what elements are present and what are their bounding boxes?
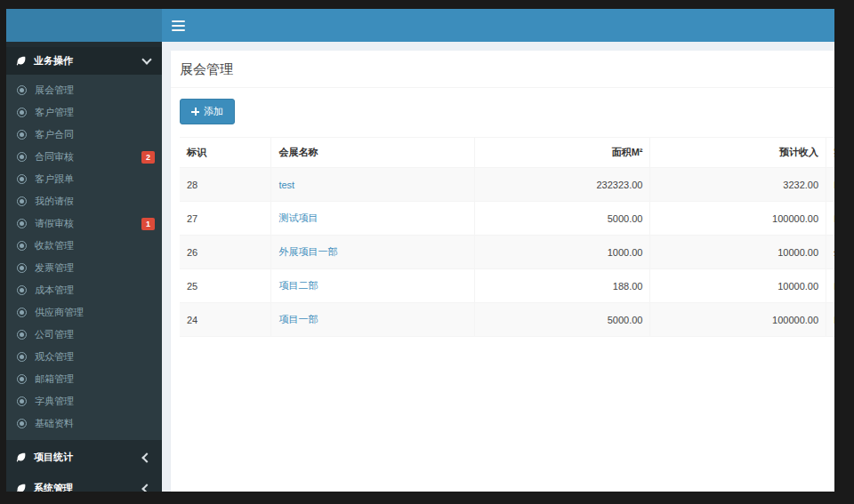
cell-dept: 内展项目 bbox=[826, 202, 834, 236]
dot-circle-icon bbox=[17, 196, 27, 206]
column-header-name: 会展名称 bbox=[271, 138, 474, 168]
cell-area: 5000.00 bbox=[474, 303, 650, 337]
dot-circle-icon bbox=[17, 285, 27, 295]
sidebar-item-contract-review[interactable]: 合同审核2 bbox=[6, 146, 162, 168]
sidebar-item-supplier-mgmt[interactable]: 供应商管理 bbox=[6, 301, 162, 324]
exhibition-table: 标识 会展名称 面积M² 预计收入 实施部门 28 test 2 bbox=[180, 137, 834, 337]
column-header-income: 预计收入 bbox=[650, 138, 826, 168]
cell-area: 1000.00 bbox=[474, 236, 650, 269]
add-button[interactable]: 添加 bbox=[180, 99, 235, 124]
sidebar-section-label: 项目统计 bbox=[34, 451, 143, 464]
sidebar: 业务操作 展会管理 客户管理 客户合同 合同审核2 客户跟单 我的请假 请假审核… bbox=[6, 42, 162, 492]
chevron-left-icon bbox=[141, 452, 151, 462]
content-area: 展会管理 添加 标识 会展名称 bbox=[162, 42, 834, 492]
cell-area: 232323.00 bbox=[474, 168, 650, 202]
cell-id: 26 bbox=[180, 236, 271, 269]
page-title: 展会管理 bbox=[180, 61, 233, 76]
add-button-label: 添加 bbox=[204, 105, 223, 118]
column-header-area: 面积M² bbox=[474, 138, 650, 168]
table-row: 25 项目二部 188.00 10000.00 内展项目 bbox=[180, 269, 834, 303]
cell-dept: 外展项目 bbox=[826, 236, 834, 269]
leaf-icon bbox=[15, 55, 27, 67]
app-window: 业务操作 展会管理 客户管理 客户合同 合同审核2 客户跟单 我的请假 请假审核… bbox=[6, 9, 834, 492]
sidebar-item-customer-mgmt[interactable]: 客户管理 bbox=[6, 101, 162, 124]
sidebar-item-mailbox-mgmt[interactable]: 邮箱管理 bbox=[6, 368, 162, 390]
dot-circle-icon bbox=[17, 374, 27, 384]
sidebar-item-customer-contract[interactable]: 客户合同 bbox=[6, 124, 162, 146]
leaf-icon bbox=[15, 483, 27, 492]
dot-circle-icon bbox=[17, 396, 27, 406]
navbar bbox=[162, 9, 834, 42]
sidebar-item-leave-review[interactable]: 请假审核1 bbox=[6, 212, 162, 235]
notification-badge: 1 bbox=[141, 218, 155, 230]
cell-name: 测试项目 bbox=[271, 202, 474, 236]
cell-id: 24 bbox=[180, 303, 271, 337]
cell-id: 25 bbox=[180, 269, 271, 303]
table-row: 27 测试项目 5000.00 100000.00 内展项目 bbox=[180, 202, 834, 236]
dot-circle-icon bbox=[17, 152, 27, 162]
dot-circle-icon bbox=[17, 419, 27, 428]
exhibition-link[interactable]: 测试项目 bbox=[278, 212, 318, 223]
sidebar-section-system-mgmt[interactable]: 系统管理 bbox=[6, 475, 162, 492]
sidebar-item-dictionary-mgmt[interactable]: 字典管理 bbox=[6, 390, 162, 412]
logo-area bbox=[6, 9, 162, 42]
cell-name: 外展项目一部 bbox=[271, 236, 474, 269]
chevron-left-icon bbox=[141, 484, 151, 492]
table-row: 26 外展项目一部 1000.00 10000.00 外展项目 bbox=[180, 236, 834, 269]
cell-id: 27 bbox=[180, 202, 271, 236]
hamburger-icon[interactable] bbox=[172, 20, 185, 31]
dot-circle-icon bbox=[17, 352, 27, 362]
exhibition-link[interactable]: 外展项目一部 bbox=[278, 246, 337, 257]
sidebar-item-payment-mgmt[interactable]: 收款管理 bbox=[6, 235, 162, 257]
column-header-dept: 实施部门 bbox=[826, 138, 834, 168]
table-row: 28 test 232323.00 3232.00 内展项目 bbox=[180, 168, 834, 202]
cell-income: 10000.00 bbox=[650, 269, 826, 303]
sidebar-item-invoice-mgmt[interactable]: 发票管理 bbox=[6, 257, 162, 279]
exhibition-link[interactable]: 项目二部 bbox=[278, 280, 318, 291]
sidebar-submenu: 展会管理 客户管理 客户合同 合同审核2 客户跟单 我的请假 请假审核1 收款管… bbox=[6, 75, 162, 440]
cell-dept: 内展项目 bbox=[826, 269, 834, 303]
sidebar-item-company-mgmt[interactable]: 公司管理 bbox=[6, 324, 162, 346]
dot-circle-icon bbox=[17, 130, 27, 140]
dot-circle-icon bbox=[17, 241, 27, 251]
sidebar-section-label: 系统管理 bbox=[34, 482, 143, 492]
dot-circle-icon bbox=[17, 263, 27, 273]
sidebar-section-business-ops[interactable]: 业务操作 bbox=[6, 47, 162, 75]
sidebar-item-exhibition-mgmt[interactable]: 展会管理 bbox=[6, 79, 162, 101]
sidebar-item-customer-followup[interactable]: 客户跟单 bbox=[6, 168, 162, 190]
chevron-down-icon bbox=[141, 54, 151, 64]
top-bar bbox=[6, 9, 834, 42]
exhibition-panel: 展会管理 添加 标识 会展名称 bbox=[171, 51, 834, 492]
sidebar-section-project-stats[interactable]: 项目统计 bbox=[6, 444, 162, 471]
cell-name: test bbox=[271, 168, 474, 202]
plus-icon bbox=[191, 108, 199, 116]
panel-header: 展会管理 bbox=[171, 51, 834, 88]
dot-circle-icon bbox=[17, 330, 27, 340]
cell-income: 100000.00 bbox=[650, 303, 826, 337]
cell-name: 项目二部 bbox=[271, 269, 474, 303]
cell-income: 100000.00 bbox=[650, 202, 826, 236]
cell-id: 28 bbox=[180, 168, 271, 202]
cell-area: 188.00 bbox=[474, 269, 650, 303]
dot-circle-icon bbox=[17, 219, 27, 228]
table-header-row: 标识 会展名称 面积M² 预计收入 实施部门 bbox=[180, 138, 834, 168]
exhibition-link[interactable]: 项目一部 bbox=[278, 314, 318, 324]
sidebar-item-cost-mgmt[interactable]: 成本管理 bbox=[6, 279, 162, 301]
cell-dept: 内展项目 bbox=[826, 303, 834, 337]
dot-circle-icon bbox=[17, 174, 27, 184]
cell-name: 项目一部 bbox=[271, 303, 474, 337]
dot-circle-icon bbox=[17, 108, 27, 117]
cell-income: 3232.00 bbox=[650, 168, 826, 202]
table-row: 24 项目一部 5000.00 100000.00 内展项目 bbox=[180, 303, 834, 337]
sidebar-item-audience-mgmt[interactable]: 观众管理 bbox=[6, 346, 162, 368]
column-header-id: 标识 bbox=[180, 138, 271, 168]
sidebar-section-label: 业务操作 bbox=[34, 54, 143, 68]
sidebar-item-basic-data[interactable]: 基础资料 bbox=[6, 412, 162, 435]
notification-badge: 2 bbox=[141, 151, 155, 164]
sidebar-item-my-leave[interactable]: 我的请假 bbox=[6, 190, 162, 212]
dot-circle-icon bbox=[17, 308, 27, 317]
cell-income: 10000.00 bbox=[650, 236, 826, 269]
cell-dept: 内展项目 bbox=[826, 168, 834, 202]
dot-circle-icon bbox=[17, 85, 27, 95]
exhibition-link[interactable]: test bbox=[278, 180, 294, 190]
